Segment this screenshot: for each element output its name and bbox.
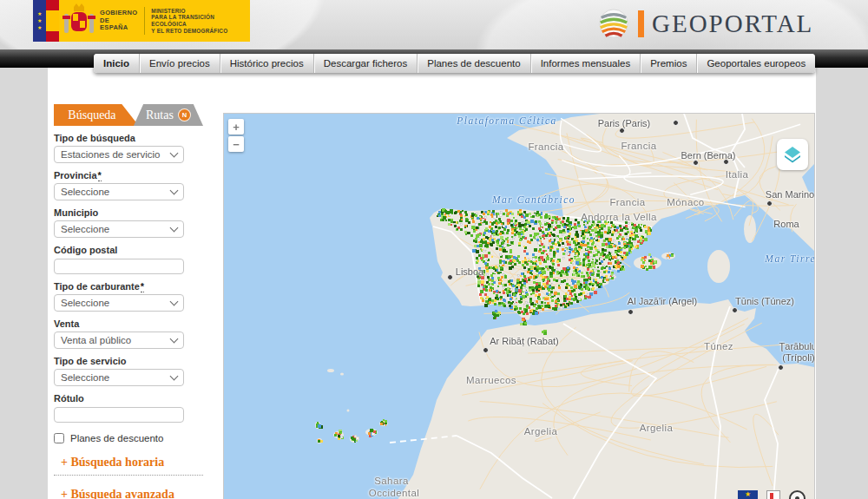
nav-tab-premios[interactable]: Premios xyxy=(640,54,696,73)
planes-descuento-checkbox[interactable] xyxy=(54,433,64,443)
rutas-new-badge: N xyxy=(178,108,191,121)
geoportal-brand: GEOPORTAL xyxy=(597,7,813,40)
field-municipio: MunicipioSeleccione xyxy=(54,207,203,238)
nav-tab-inicio[interactable]: Inicio xyxy=(94,54,139,73)
map-zoom-control: + − xyxy=(228,119,244,152)
tab-rutas[interactable]: RutasN xyxy=(134,104,203,126)
dotted-separator xyxy=(54,475,203,476)
input-c-digo-postal[interactable] xyxy=(54,259,184,274)
government-logo: ★★★ GOBIERNO DE ESPAÑA xyxy=(33,0,250,42)
select-value: Seleccione xyxy=(61,224,109,234)
field-label: Provincia* xyxy=(54,170,203,181)
field-tipo-de-carburante: Tipo de carburante*Seleccione xyxy=(54,281,203,312)
chevron-down-icon xyxy=(170,149,179,158)
link-+-b-squeda-horaria[interactable]: + Búsqueda horaria xyxy=(54,456,203,475)
select-value: Venta al público xyxy=(61,335,131,345)
input-r-tulo[interactable] xyxy=(54,407,184,423)
select-municipio[interactable]: Seleccione xyxy=(54,220,184,238)
select-value: Seleccione xyxy=(61,187,109,197)
eu-flag-icon: ★★★ xyxy=(33,0,46,42)
select-tipo-de-servicio[interactable]: Seleccione xyxy=(54,369,184,386)
geolocate-icon[interactable] xyxy=(789,490,806,499)
chevron-down-icon xyxy=(170,224,179,233)
map-footer-icons: ★ xyxy=(738,490,806,499)
eu-flag-icon[interactable]: ★ xyxy=(738,490,758,499)
field-label: Tipo de carburante* xyxy=(54,281,203,292)
layers-icon xyxy=(782,144,803,165)
field-venta: VentaVenta al público xyxy=(54,318,203,349)
spain-flag-icon xyxy=(46,0,59,42)
select-value: Seleccione xyxy=(61,298,109,308)
chevron-down-icon xyxy=(170,372,179,381)
nav-tab-planes-de-descuento[interactable]: Planes de descuento xyxy=(417,54,529,73)
map-container: Plataforma CélticaMar CantábricoMar Tirr… xyxy=(223,113,815,499)
search-sidebar: Búsqueda RutasN Tipo de búsquedaEstacion… xyxy=(54,104,203,499)
field-label: Venta xyxy=(54,318,203,329)
select-tipo-de-carburante[interactable]: Seleccione xyxy=(54,294,184,312)
zoom-in-button[interactable]: + xyxy=(228,119,244,135)
field-label: Rótulo xyxy=(54,393,203,404)
field-r-tulo: Rótulo xyxy=(54,393,203,423)
chevron-down-icon xyxy=(170,187,179,195)
zoom-out-button[interactable]: − xyxy=(228,136,244,152)
nav-tab-informes-mensuales[interactable]: Informes mensuales xyxy=(530,54,641,73)
globe-icon xyxy=(597,7,630,40)
field-label: Código postal xyxy=(54,245,203,255)
tab-busqueda[interactable]: Búsqueda xyxy=(54,104,139,126)
required-asterisk: * xyxy=(98,170,102,181)
nav-tab-geoportales-europeos[interactable]: Geoportales europeos xyxy=(696,54,815,73)
nav-tab-descargar-ficheros[interactable]: Descargar ficheros xyxy=(313,54,418,73)
select-value: Seleccione xyxy=(61,372,109,383)
layers-button[interactable] xyxy=(777,139,808,170)
top-header: ★★★ GOBIERNO DE ESPAÑA xyxy=(0,0,868,49)
ministerio-text: MINISTERIO PARA LA TRANSICIÓN ECOLÓGICA … xyxy=(145,0,250,42)
select-value: Estaciones de servicio xyxy=(61,149,160,160)
geoportal-page: ★★★ GOBIERNO DE ESPAÑA xyxy=(0,0,868,499)
nav-tab-env-o-precios[interactable]: Envío precios xyxy=(139,54,220,73)
chevron-down-icon xyxy=(170,335,179,344)
gobierno-text: GOBIERNO DE ESPAÑA xyxy=(98,0,144,42)
required-asterisk: * xyxy=(141,281,144,292)
select-provincia[interactable]: Seleccione xyxy=(54,183,184,200)
link-+-b-squeda-avanzada[interactable]: + Búsqueda avanzada xyxy=(54,488,203,499)
field-label: Tipo de servicio xyxy=(54,356,203,366)
spain-coat-of-arms-icon xyxy=(59,0,98,42)
field-label: Municipio xyxy=(54,207,203,218)
field-c-digo-postal: Código postal xyxy=(54,245,203,274)
brand-title: GEOPORTAL xyxy=(652,10,813,38)
field-tipo-de-servicio: Tipo de servicioSeleccione xyxy=(54,356,203,386)
field-label: Tipo de búsqueda xyxy=(54,133,203,143)
report-icon[interactable] xyxy=(766,490,780,499)
main-navigation: InicioEnvío preciosHistórico preciosDesc… xyxy=(94,54,815,73)
field-tipo-de-b-squeda: Tipo de búsquedaEstaciones de servicio xyxy=(54,133,203,163)
chevron-down-icon xyxy=(170,298,179,306)
field-provincia: Provincia*Seleccione xyxy=(54,170,203,200)
nav-tab-hist-rico-precios[interactable]: Histórico precios xyxy=(220,54,313,73)
select-tipo-de-b-squeda[interactable]: Estaciones de servicio xyxy=(54,146,184,163)
map-canvas[interactable] xyxy=(224,114,814,499)
select-venta[interactable]: Venta al público xyxy=(54,332,184,349)
brand-bar xyxy=(638,10,644,37)
planes-descuento-checkbox-row: Planes de descuento xyxy=(54,433,203,443)
planes-descuento-checkbox-label: Planes de descuento xyxy=(70,433,163,443)
sidebar-tabs: Búsqueda RutasN xyxy=(54,104,203,126)
